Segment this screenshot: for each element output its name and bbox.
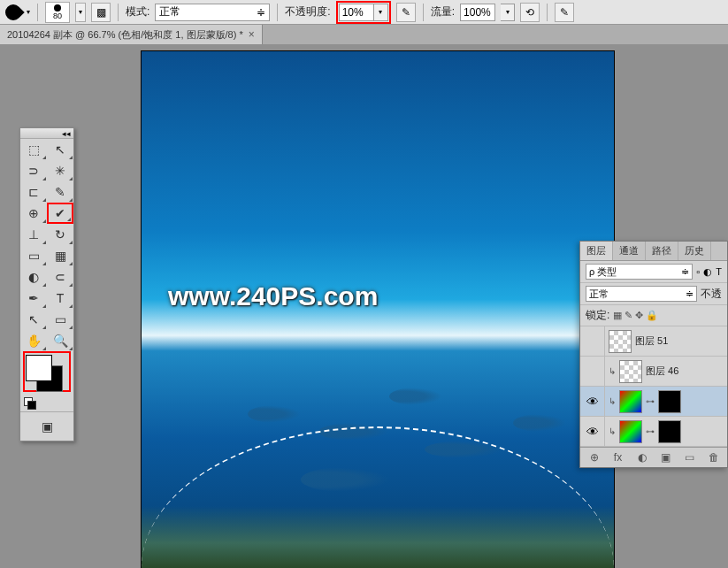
divider: [37, 4, 38, 21]
layer-content: 图层 51: [605, 330, 727, 353]
opacity-dropdown[interactable]: ▾: [374, 4, 388, 21]
tab-paths[interactable]: 路径: [646, 242, 678, 260]
collapse-icon[interactable]: ◂◂: [62, 129, 71, 138]
layer-row[interactable]: ↳图层 46: [580, 357, 727, 387]
chevron-down-icon: ≑: [686, 288, 694, 300]
gradient-tool[interactable]: ▦: [47, 245, 73, 266]
link-layers-icon[interactable]: ⊕: [586, 451, 602, 464]
tool-flyout-indicator: [69, 347, 73, 350]
clip-indicator-icon: ↳: [609, 366, 616, 376]
layer-blend-mode-select[interactable]: 正常≑: [586, 286, 697, 302]
brush-panel-toggle-icon[interactable]: ▩: [91, 3, 111, 22]
brush-picker-dropdown[interactable]: ▾: [75, 3, 86, 22]
layer-thumbnail[interactable]: [619, 360, 642, 383]
layer-row[interactable]: 👁↳⊶: [580, 417, 727, 447]
tool-flyout-indicator: [69, 326, 73, 329]
eyedropper-tool[interactable]: ✎: [47, 181, 73, 203]
tool-flyout-indicator: [42, 198, 46, 202]
chevron-down-icon: ≑: [681, 266, 689, 278]
default-colors-icon[interactable]: [24, 397, 36, 410]
eraser-tool[interactable]: ▭: [20, 245, 47, 266]
watermark-text: www.240PS.com: [168, 281, 378, 311]
layer-visibility-toggle[interactable]: [580, 326, 605, 356]
arrow-tool[interactable]: ↖: [47, 139, 73, 160]
new-layer-icon[interactable]: ▭: [682, 451, 698, 464]
delete-layer-icon[interactable]: 🗑: [706, 451, 722, 464]
hand-tool[interactable]: ✋: [20, 330, 47, 351]
pen-tool[interactable]: ✒: [20, 288, 47, 309]
lock-all-icon[interactable]: 🔒: [646, 310, 658, 321]
mask-link-icon[interactable]: ⊶: [646, 426, 655, 436]
tab-layers[interactable]: 图层: [580, 242, 613, 260]
quick-mask-toggle[interactable]: ▣: [34, 416, 60, 437]
shape-tool[interactable]: ▭: [47, 309, 73, 330]
layer-content: ↳⊶: [605, 390, 727, 413]
layer-visibility-toggle[interactable]: [580, 357, 605, 386]
crop-tool[interactable]: ⊏: [20, 181, 47, 203]
brush-size-preview[interactable]: 80: [45, 2, 70, 23]
zoom-tool[interactable]: 🔍: [47, 330, 73, 351]
tool-flyout-indicator: [69, 304, 73, 308]
history-brush-tool[interactable]: ↻: [47, 224, 73, 245]
clip-indicator-icon: ↳: [609, 396, 616, 406]
lasso-tool[interactable]: ⊃: [20, 160, 47, 181]
blur-tool[interactable]: ◐: [20, 266, 47, 288]
layer-visibility-toggle[interactable]: 👁: [580, 387, 605, 416]
patch-tool[interactable]: ⊕: [20, 203, 47, 224]
magic-wand-tool[interactable]: ✳: [47, 160, 73, 181]
document-tab[interactable]: 20104264 副本 @ 66.7% (色相/饱和度 1, 图层蒙版/8) *…: [0, 25, 263, 44]
stamp-tool[interactable]: ⊥: [20, 224, 47, 245]
tool-flyout-indicator: [69, 177, 73, 180]
layer-visibility-toggle[interactable]: 👁: [580, 417, 605, 446]
layer-fx-icon[interactable]: fx: [610, 451, 626, 464]
dodge-tool[interactable]: ⊂: [47, 266, 73, 288]
layer-content: ↳⊶: [605, 420, 727, 443]
path-select-tool[interactable]: ↖: [20, 309, 47, 330]
tab-channels[interactable]: 通道: [613, 242, 646, 260]
layer-thumbnail[interactable]: [609, 330, 632, 353]
airbrush-icon[interactable]: ⟲: [520, 3, 540, 22]
divider: [547, 4, 548, 21]
layer-mask-thumbnail[interactable]: [658, 420, 681, 443]
fish-shape: [389, 388, 442, 405]
opacity-input[interactable]: 10%: [339, 4, 374, 21]
layer-thumbnail[interactable]: [619, 420, 642, 443]
foreground-color-swatch[interactable]: [26, 355, 52, 381]
layer-content: ↳图层 46: [605, 360, 727, 383]
pressure-opacity-icon[interactable]: ✎: [396, 3, 416, 22]
mode-label: 模式:: [126, 4, 149, 19]
brush-tool-icon[interactable]: [2, 1, 24, 23]
lock-row: 锁定: ▦ ✎ ✥ 🔒: [580, 305, 727, 326]
filter-type-icon[interactable]: T: [716, 266, 722, 277]
layer-row[interactable]: 图层 51: [580, 326, 727, 357]
layer-kind-filter[interactable]: ρ 类型≑: [586, 264, 693, 280]
color-swatches: [20, 351, 73, 395]
adjustment-layer-icon[interactable]: ▣: [658, 451, 674, 464]
tools-panel-header[interactable]: ◂◂: [20, 128, 73, 139]
blend-mode-select[interactable]: 正常 ≑: [155, 4, 270, 21]
dropdown-arrow[interactable]: ▾: [27, 8, 30, 16]
tool-flyout-indicator: [42, 156, 46, 159]
lock-pixels-icon[interactable]: ✎: [625, 310, 632, 321]
brush-tool[interactable]: ✔: [47, 203, 73, 224]
layers-footer: ⊕ fx ◐ ▣ ▭ 🗑: [580, 447, 727, 467]
pressure-size-icon[interactable]: ✎: [555, 3, 574, 22]
lock-transparent-icon[interactable]: ▦: [613, 310, 622, 321]
type-tool[interactable]: T: [47, 288, 73, 309]
filter-pixel-icon[interactable]: ▫: [696, 266, 700, 277]
lock-position-icon[interactable]: ✥: [635, 310, 643, 321]
close-tab-icon[interactable]: ×: [249, 28, 255, 41]
layer-row[interactable]: 👁↳⊶: [580, 387, 727, 417]
tab-history[interactable]: 历史: [678, 242, 711, 260]
layer-thumbnail[interactable]: [619, 390, 642, 413]
canvas[interactable]: www.240PS.com: [142, 51, 614, 568]
layer-name-label[interactable]: 图层 51: [635, 334, 668, 348]
flow-input[interactable]: 100%: [460, 4, 495, 21]
mask-link-icon[interactable]: ⊶: [646, 396, 655, 406]
layer-mask-icon[interactable]: ◐: [634, 451, 650, 464]
flow-dropdown[interactable]: ▾: [501, 4, 515, 21]
layer-mask-thumbnail[interactable]: [658, 390, 681, 413]
layer-name-label[interactable]: 图层 46: [646, 365, 678, 378]
move-tool[interactable]: ⬚: [20, 139, 47, 160]
filter-adjust-icon[interactable]: ◐: [703, 266, 712, 278]
